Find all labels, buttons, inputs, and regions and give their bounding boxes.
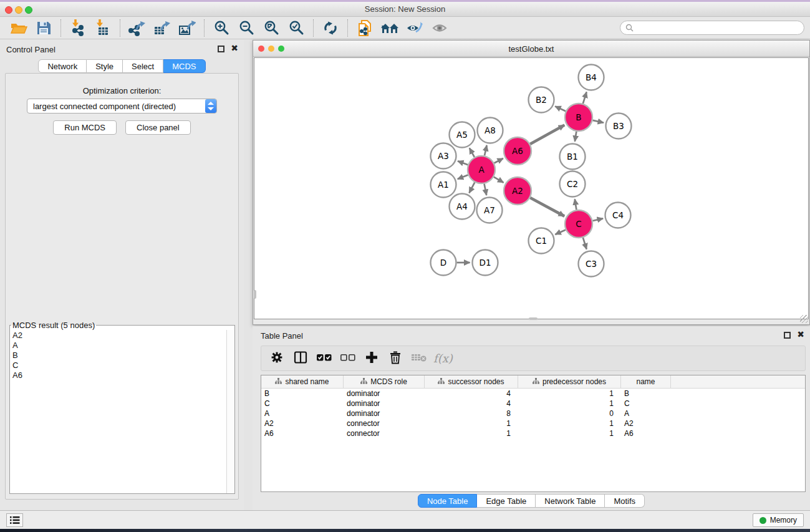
show-all-button[interactable]	[427, 18, 452, 38]
edge-A2-C[interactable]	[530, 198, 564, 216]
result-item[interactable]: A	[12, 341, 234, 351]
node-B1[interactable]: B1	[560, 144, 586, 170]
node-B2[interactable]: B2	[529, 87, 554, 113]
node-A4[interactable]: A4	[450, 194, 475, 220]
node-D1[interactable]: D1	[473, 250, 498, 276]
result-item[interactable]: A2	[12, 331, 234, 341]
zoom-in-button[interactable]	[209, 18, 234, 38]
node-C1[interactable]: C1	[529, 228, 554, 254]
zoom-fit-button[interactable]	[259, 18, 284, 38]
first-neighbors-button[interactable]	[377, 18, 402, 38]
search-box[interactable]	[620, 21, 804, 35]
table-row[interactable]: Bdominator41B	[261, 389, 805, 399]
export-network-button[interactable]	[125, 18, 150, 38]
import-table-button[interactable]	[90, 18, 115, 38]
edge-C-C3[interactable]	[583, 238, 587, 249]
canvas-hscroll-thumb[interactable]	[529, 317, 538, 320]
column-header-shared-name[interactable]: shared name	[261, 375, 344, 388]
result-item[interactable]: A6	[12, 370, 234, 380]
add-row-button[interactable]	[361, 349, 382, 369]
deselect-all-button[interactable]	[337, 349, 359, 369]
edge-A-A1[interactable]	[458, 175, 468, 179]
edge-A-A6[interactable]	[494, 158, 503, 163]
close-panel-button[interactable]: Close panel	[125, 120, 191, 135]
edge-B-B2[interactable]	[555, 106, 566, 111]
import-network-button[interactable]	[65, 18, 90, 38]
table-settings-button[interactable]	[266, 349, 287, 369]
window-resize-grip[interactable]	[800, 315, 808, 323]
result-scrollbar[interactable]	[226, 330, 234, 493]
criterion-dropdown[interactable]: largest connected component (directed)	[27, 99, 217, 114]
result-item[interactable]: B	[12, 351, 234, 360]
edge-A6-B[interactable]	[530, 125, 564, 144]
edge-B-B4[interactable]	[583, 92, 587, 104]
tab-motifs[interactable]: Motifs	[605, 494, 645, 508]
table-close-panel-icon[interactable]: ✖	[797, 329, 804, 339]
node-A6[interactable]: A6	[504, 137, 531, 165]
node-B4[interactable]: B4	[579, 65, 604, 90]
edge-C-C4[interactable]	[592, 218, 603, 221]
canvas-vscroll-thumb[interactable]	[254, 290, 256, 299]
table-float-panel-icon[interactable]	[784, 332, 791, 339]
select-all-button[interactable]	[314, 349, 335, 369]
delete-row-button[interactable]	[385, 349, 406, 369]
node-A7[interactable]: A7	[477, 198, 503, 223]
node-A8[interactable]: A8	[478, 118, 503, 143]
edge-A-A4[interactable]	[469, 182, 475, 193]
network-canvas[interactable]: A5A8A3A1A4A7B2B4B3B1C2C4C1C3DD1AA6A2BC	[254, 57, 809, 319]
edge-B-B3[interactable]	[592, 120, 604, 123]
edge-A-A7[interactable]	[485, 184, 487, 195]
node-A3[interactable]: A3	[431, 143, 456, 169]
node-A1[interactable]: A1	[431, 172, 456, 198]
tab-style[interactable]: Style	[87, 59, 123, 73]
edge-A-A3[interactable]	[458, 161, 468, 165]
task-history-button[interactable]	[6, 513, 23, 527]
node-C2[interactable]: C2	[560, 172, 586, 197]
tab-edge-table[interactable]: Edge Table	[477, 494, 536, 508]
table-row[interactable]: Adominator80A	[261, 409, 805, 418]
tab-select[interactable]: Select	[123, 59, 163, 73]
export-image-button[interactable]	[175, 18, 200, 38]
search-input[interactable]	[637, 24, 799, 32]
table-row[interactable]: A6connector11A6	[261, 428, 805, 438]
edge-A-A8[interactable]	[485, 145, 487, 156]
zoom-selected-button[interactable]	[284, 18, 309, 38]
node-C4[interactable]: C4	[605, 203, 631, 228]
edge-B-B1[interactable]	[575, 132, 577, 142]
node-A2[interactable]: A2	[504, 177, 531, 205]
float-panel-icon[interactable]	[218, 46, 224, 52]
column-header-MCDS-role[interactable]: MCDS role	[344, 375, 425, 388]
clone-network-button[interactable]	[352, 18, 377, 38]
node-B3[interactable]: B3	[606, 114, 632, 139]
memory-button[interactable]: Memory	[753, 513, 804, 527]
node-D[interactable]: D	[431, 250, 456, 276]
edge-A-A5[interactable]	[470, 148, 475, 157]
result-item[interactable]: C	[12, 360, 234, 370]
tab-mcds[interactable]: MCDS	[163, 59, 205, 73]
refresh-view-button[interactable]	[318, 18, 343, 38]
hide-selected-button[interactable]	[402, 18, 427, 38]
column-header-successor-nodes[interactable]: successor nodes	[425, 375, 518, 388]
export-table-button[interactable]	[150, 18, 175, 38]
edge-C-C1[interactable]	[555, 230, 566, 235]
mcds-result-list[interactable]: A2ABCA6	[10, 330, 234, 493]
node-B[interactable]: B	[565, 104, 592, 131]
tab-network[interactable]: Network	[38, 59, 87, 73]
table-row[interactable]: Cdominator41C	[261, 399, 805, 409]
column-header-name[interactable]: name	[621, 375, 671, 388]
edge-C-C2[interactable]	[575, 199, 577, 210]
edge-A-A2[interactable]	[494, 177, 504, 183]
open-session-button[interactable]	[6, 18, 31, 38]
save-session-button[interactable]	[31, 18, 56, 38]
node-A5[interactable]: A5	[450, 122, 475, 148]
node-C3[interactable]: C3	[579, 251, 604, 277]
close-panel-icon[interactable]: ✖	[231, 43, 238, 53]
tab-node-table[interactable]: Node Table	[418, 494, 478, 508]
node-C[interactable]: C	[565, 210, 592, 238]
zoom-out-button[interactable]	[234, 18, 259, 38]
tab-network-table[interactable]: Network Table	[536, 494, 605, 508]
node-A[interactable]: A	[468, 156, 495, 183]
run-mcds-button[interactable]: Run MCDS	[53, 120, 117, 135]
table-row[interactable]: A2connector11A2	[261, 418, 805, 428]
toggle-columns-button[interactable]	[290, 349, 311, 369]
